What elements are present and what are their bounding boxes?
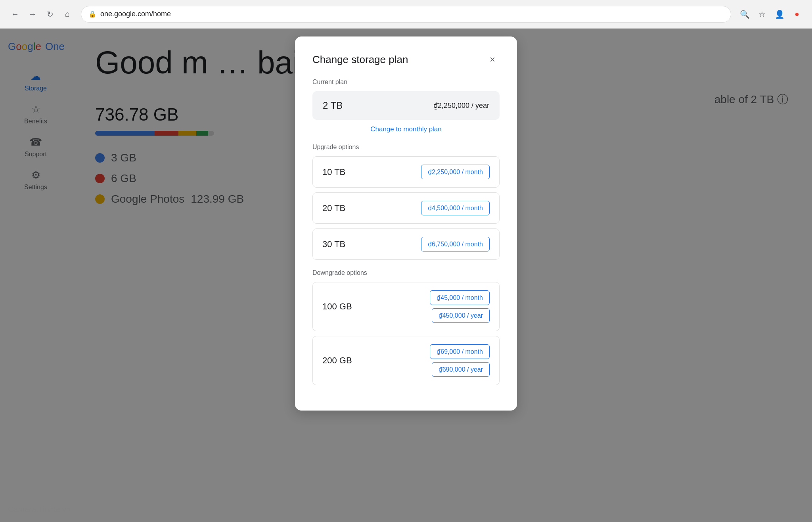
price-button-30tb-month[interactable]: ₫6,750,000 / month [421,237,490,251]
downgrade-label: Downgrade options [312,269,500,276]
upgrade-option-10tb[interactable]: 10 TB ₫2,250,000 / month [312,156,500,188]
option-prices-20tb: ₫4,500,000 / month [421,201,490,215]
price-button-20tb-month[interactable]: ₫4,500,000 / month [421,201,490,215]
downgrade-option-200gb[interactable]: 200 GB ₫69,000 / month ₫690,000 / year [312,336,500,385]
modal-header: Change storage plan × [312,52,500,67]
search-button[interactable]: 🔍 [737,7,752,21]
downgrade-options-section: Downgrade options 100 GB ₫45,000 / month… [312,269,500,385]
price-button-10tb-month[interactable]: ₫2,250,000 / month [421,165,490,179]
option-size-10tb: 10 TB [322,167,345,177]
current-plan-label: Current plan [312,79,500,86]
option-prices-10tb: ₫2,250,000 / month [421,165,490,179]
price-button-200gb-year[interactable]: ₫690,000 / year [432,362,490,377]
current-plan-card: 2 TB ₫2,250,000 / year [312,91,500,120]
address-bar[interactable]: 🔒 one.google.com/home [81,6,731,23]
browser-chrome: ← → ↻ ⌂ 🔒 one.google.com/home 🔍 ☆ 👤 ● [0,0,812,29]
upgrade-option-20tb[interactable]: 20 TB ₫4,500,000 / month [312,192,500,224]
option-size-30tb: 30 TB [322,239,345,249]
option-prices-100gb: ₫45,000 / month ₫450,000 / year [430,290,490,323]
option-size-100gb: 100 GB [322,301,352,312]
close-button[interactable]: × [485,52,500,67]
lock-icon: 🔒 [88,10,96,18]
downgrade-option-100gb[interactable]: 100 GB ₫45,000 / month ₫450,000 / year [312,282,500,331]
option-size-20tb: 20 TB [322,203,345,213]
forward-button[interactable]: → [25,7,40,21]
bookmark-button[interactable]: ☆ [755,7,769,21]
extension-button[interactable]: ● [790,7,804,21]
upgrade-label: Upgrade options [312,144,500,151]
upgrade-option-30tb[interactable]: 30 TB ₫6,750,000 / month [312,228,500,260]
price-button-100gb-month[interactable]: ₫45,000 / month [430,290,490,305]
price-button-200gb-month[interactable]: ₫69,000 / month [430,344,490,359]
price-button-100gb-year[interactable]: ₫450,000 / year [432,308,490,323]
reload-button[interactable]: ↻ [43,7,57,21]
current-plan-size: 2 TB [323,100,343,111]
current-plan-price: ₫2,250,000 / year [433,101,489,110]
profile-button[interactable]: 👤 [772,7,787,21]
nav-buttons: ← → ↻ ⌂ [8,7,75,21]
option-size-200gb: 200 GB [322,355,352,366]
browser-actions: 🔍 ☆ 👤 ● [737,7,804,21]
modal-title: Change storage plan [312,54,408,66]
upgrade-options-section: Upgrade options 10 TB ₫2,250,000 / month… [312,144,500,260]
change-monthly-link-container: Change to monthly plan [312,125,500,133]
modal-overlay: Change storage plan × Current plan 2 TB … [0,29,812,522]
home-button[interactable]: ⌂ [60,7,75,21]
url-text: one.google.com/home [100,10,171,18]
change-monthly-link[interactable]: Change to monthly plan [370,125,442,133]
option-prices-30tb: ₫6,750,000 / month [421,237,490,251]
change-storage-modal: Change storage plan × Current plan 2 TB … [295,36,517,411]
back-button[interactable]: ← [8,7,22,21]
option-prices-200gb: ₫69,000 / month ₫690,000 / year [430,344,490,377]
watermark: Camera.Tinhte.vn [8,505,71,514]
